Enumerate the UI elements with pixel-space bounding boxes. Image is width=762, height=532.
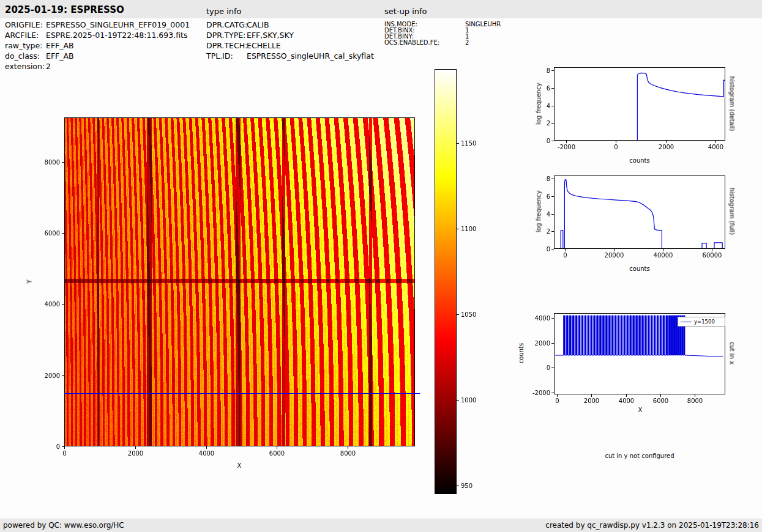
- setup-info-row: DET.BINX:1: [384, 27, 501, 33]
- field-label: extension:: [5, 62, 46, 71]
- file-info-block: ORIGFILE:ESPRESSO_SINGLEUHR_EFF019_0001 …: [5, 20, 190, 72]
- file-info-row: raw_type:EFF_AB: [5, 41, 190, 51]
- file-info-row: ORIGFILE:ESPRESSO_SINGLEUHR_EFF019_0001: [5, 20, 190, 31]
- hist-detail-xlabel: counts: [612, 157, 667, 164]
- footer-qc-link[interactable]: powered by QC: www.eso.org/HC: [3, 519, 124, 532]
- main-xlabel: X: [234, 462, 244, 469]
- setup-info-row: DET.BINY:1: [384, 33, 501, 39]
- cut-in-y-note: cut in y not configured: [578, 453, 701, 459]
- field-label: DPR.TECH:: [206, 41, 247, 50]
- field-label: ORIGFILE:: [5, 20, 46, 29]
- setup-info-row: OCS.ENABLED.FE:2: [384, 39, 501, 45]
- type-info-row: DPR.TYPE:EFF,SKY,SKY: [206, 31, 374, 41]
- field-value: 2: [46, 62, 51, 71]
- field-value: EFF_AB: [46, 41, 74, 50]
- hist-full-ylabel: log frequency: [536, 184, 542, 239]
- field-label: TPL.ID:: [206, 51, 247, 61]
- cut-side-label: cut in x: [729, 323, 736, 384]
- field-value: ESPRESSO_singleUHR_cal_skyflat: [247, 51, 374, 61]
- field-label: DPR.CATG:: [206, 20, 247, 29]
- colorbar: [433, 67, 488, 497]
- main-ylabel: Y: [26, 276, 33, 288]
- raw-frame-image: [29, 113, 426, 474]
- cut-legend: y=1500: [678, 317, 725, 327]
- field-value: EFF_AB: [46, 51, 74, 61]
- cut-ylabel: counts: [518, 326, 525, 381]
- setup-info-block: INS.MODE:SINGLEUHR DET.BINX:1 DET.BINY:1…: [384, 21, 501, 45]
- setup-info-row: INS.MODE:SINGLEUHR: [384, 21, 501, 27]
- field-value: 2: [465, 39, 469, 46]
- page-title: 2025-01-19: ESPRESSO: [5, 4, 124, 15]
- histogram-detail-plot: [525, 59, 736, 150]
- type-info-row: DPR.CATG:CALIB: [206, 20, 374, 31]
- type-info-row: DPR.TECH:ECHELLE: [206, 41, 374, 51]
- hist-full-xlabel: counts: [612, 265, 667, 272]
- type-info-row: TPL.ID:ESPRESSO_singleUHR_cal_skyflat: [206, 51, 374, 62]
- file-info-row: extension:2: [5, 62, 190, 72]
- legend-line-sample: [681, 322, 692, 322]
- field-label: OCS.ENABLED.FE:: [384, 39, 465, 46]
- histogram-full-plot: [525, 167, 736, 259]
- field-label: raw_type:: [5, 41, 46, 50]
- field-label: do_class:: [5, 51, 46, 61]
- qc-report-page: 2025-01-19: ESPRESSO type info set-up in…: [0, 0, 762, 532]
- field-value: EFF,SKY,SKY: [247, 31, 294, 40]
- field-value: CALIB: [247, 20, 269, 29]
- hist-detail-side-label: histogram (detail): [729, 73, 736, 135]
- setup-info-heading: set-up info: [384, 7, 427, 16]
- hist-detail-ylabel: log frequency: [536, 76, 542, 131]
- cut-xlabel: X: [635, 407, 645, 413]
- field-label: DPR.TYPE:: [206, 31, 247, 40]
- hist-full-side-label: histogram (full): [729, 181, 736, 242]
- field-value: ECHELLE: [247, 41, 281, 50]
- file-info-row: do_class:EFF_AB: [5, 51, 190, 62]
- footer-bar: powered by QC: www.eso.org/HC created by…: [0, 519, 762, 532]
- field-label: ARCFILE:: [5, 31, 46, 40]
- type-info-heading: type info: [206, 7, 242, 16]
- legend-label: y=1500: [694, 319, 715, 325]
- footer-created-by: created by qc_rawdisp.py v1.2.3 on 2025-…: [545, 519, 759, 532]
- field-value: ESPRE.2025-01-19T22:48:11.693.fits: [46, 31, 187, 40]
- type-info-block: DPR.CATG:CALIB DPR.TYPE:EFF,SKY,SKY DPR.…: [206, 20, 374, 62]
- field-value: SINGLEUHR: [465, 21, 501, 28]
- file-info-row: ARCFILE:ESPRE.2025-01-19T22:48:11.693.fi…: [5, 31, 190, 41]
- field-value: ESPRESSO_SINGLEUHR_EFF019_0001: [46, 20, 190, 29]
